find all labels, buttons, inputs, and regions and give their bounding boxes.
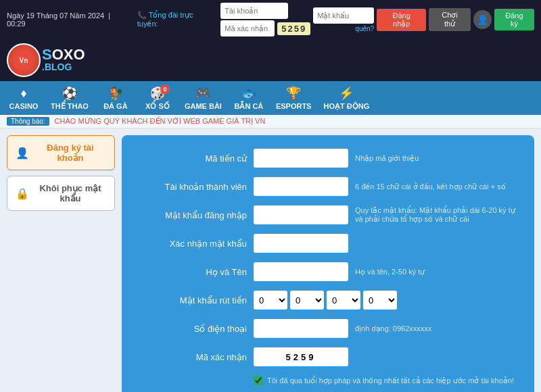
date-time: Ngày 19 Tháng 07 Năm 2024 | 00:29 bbox=[7, 11, 132, 28]
label-ho-ten: Họ và Tên bbox=[139, 267, 247, 277]
input-so-dien-thoai[interactable] bbox=[254, 319, 348, 338]
input-ma-xac-nhan[interactable] bbox=[254, 347, 348, 366]
login-area: 5259 quên? Đăng nhập Chơi thử 👤 Đăng ký bbox=[220, 3, 534, 36]
nav-casino[interactable]: ♦ CASINO bbox=[3, 84, 44, 113]
input-xac-nhan-mk[interactable] bbox=[254, 234, 348, 253]
nav-xo-so[interactable]: 🎲 0 XỔ SỐ bbox=[137, 83, 178, 114]
nav-the-thao[interactable]: ⚽ THỂ THAO bbox=[45, 83, 94, 114]
recover-sidebar-button[interactable]: 🔒 Khôi phục mật khẩu bbox=[7, 176, 115, 211]
time: 00:29 bbox=[7, 20, 26, 28]
pin-digit-2[interactable]: 0123456789 bbox=[290, 291, 324, 310]
label-ma-xac-nhan: Mã xác nhận bbox=[139, 352, 247, 362]
field-tai-khoan: Tài khoản thành viên 6 đến 15 chữ cái ở … bbox=[139, 177, 517, 196]
field-mk-rut-tien: Mật khẩu rút tiền 0123456789 0123456789 … bbox=[139, 291, 517, 310]
fish-icon: 🐟 bbox=[241, 86, 256, 101]
pin-digit-3[interactable]: 0123456789 bbox=[327, 291, 360, 310]
label-ma-tien-cu: Mã tiến cử bbox=[139, 153, 247, 164]
nav-bar: ♦ CASINO ⚽ THỂ THAO 🐓 ĐÁ GÀ 🎲 0 XỔ SỐ 🎮 … bbox=[0, 81, 541, 115]
logo-blog: .BLOG bbox=[42, 62, 85, 72]
field-ho-ten: Họ và Tên Họ và tên, 2-50 ký tự bbox=[139, 262, 517, 281]
marquee-text: CHÀO MỪNG QUÝ KHÁCH ĐẾN VỚI WEB GAME GIÀ… bbox=[55, 117, 266, 126]
hint-tai-khoan: 6 đến 15 chữ cái ở đầu, kết hợp chữ cái … bbox=[355, 182, 517, 191]
sports-icon: ⚽ bbox=[62, 86, 77, 101]
nav-hoat-dong[interactable]: ⚡ HOẠT ĐỘNG bbox=[318, 83, 375, 114]
terms-row: Tôi đã qua tuổi hợp pháp và thống nhất t… bbox=[254, 376, 517, 385]
forgot-link[interactable]: quên? bbox=[313, 25, 374, 32]
marquee-bar: Thông báo: CHÀO MỪNG QUÝ KHÁCH ĐẾN VỚI W… bbox=[0, 115, 541, 128]
try-button[interactable]: Chơi thử bbox=[429, 8, 470, 31]
terms-checkbox[interactable] bbox=[254, 376, 263, 385]
captcha-code-top: 5259 bbox=[277, 22, 310, 35]
cockfight-icon: 🐓 bbox=[108, 86, 123, 101]
pin-select-group: 0123456789 0123456789 0123456789 0123456… bbox=[254, 291, 397, 310]
hint-ma-tien-cu: Nhập mã giới thiệu bbox=[355, 154, 517, 163]
casino-icon: ♦ bbox=[20, 87, 26, 101]
nav-da-ga[interactable]: 🐓 ĐÁ GÀ bbox=[95, 83, 136, 113]
label-tai-khoan: Tài khoản thành viên bbox=[139, 182, 247, 192]
nav-game-bai[interactable]: 🎮 GAME BÀI bbox=[179, 83, 227, 113]
input-ma-tien-cu[interactable] bbox=[254, 149, 348, 168]
input-mat-khau[interactable] bbox=[254, 205, 348, 224]
field-so-dien-thoai: Số điện thoại định dạng: 0962xxxxxx bbox=[139, 319, 517, 338]
input-ho-ten[interactable] bbox=[254, 262, 348, 281]
field-ma-tien-cu: Mã tiến cử Nhập mã giới thiệu bbox=[139, 149, 517, 168]
game-icon: 🎮 bbox=[195, 86, 210, 101]
label-xac-nhan-mk: Xác nhận mật khẩu bbox=[139, 239, 247, 249]
nav-esports[interactable]: 🏆 ESPORTS bbox=[270, 83, 317, 113]
pin-digit-4[interactable]: 0123456789 bbox=[363, 291, 397, 310]
input-tai-khoan[interactable] bbox=[254, 177, 348, 196]
date: Ngày 19 Tháng 07 Năm 2024 bbox=[7, 11, 104, 20]
logo-circle: Vn bbox=[7, 43, 41, 77]
logo-text: SOXO bbox=[42, 47, 85, 62]
hint-so-dien-thoai: định dạng: 0962xxxxxx bbox=[355, 324, 517, 333]
account-input[interactable] bbox=[220, 3, 288, 19]
terms-label: Tôi đã qua tuổi hợp pháp và thống nhất t… bbox=[267, 376, 514, 385]
marquee-label: Thông báo: bbox=[7, 117, 49, 126]
label-mat-khau: Mật khẩu đăng nhập bbox=[139, 210, 247, 220]
header: Vn SOXO .BLOG bbox=[0, 39, 541, 81]
field-xac-nhan-mk: Xác nhận mật khẩu bbox=[139, 234, 517, 253]
label-mk-rut-tien: Mật khẩu rút tiền bbox=[139, 295, 247, 305]
form-panel: Mã tiến cử Nhập mã giới thiệu Tài khoản … bbox=[122, 135, 534, 392]
login-button[interactable]: Đăng nhập bbox=[377, 9, 426, 31]
label-so-dien-thoai: Số điện thoại bbox=[139, 324, 247, 334]
top-bar: Ngày 19 Tháng 07 Năm 2024 | 00:29 📞 Tổng… bbox=[0, 0, 541, 39]
phone-label: 📞 Tổng đài trực tuyến: bbox=[137, 11, 215, 28]
person-icon: 👤 bbox=[16, 147, 29, 160]
captcha-input-top[interactable] bbox=[220, 20, 275, 36]
sidebar: 👤 Đăng ký tài khoản 🔒 Khôi phục mật khẩu bbox=[7, 135, 115, 392]
field-ma-xac-nhan: Mã xác nhận bbox=[139, 347, 517, 366]
lottery-badge: 0 bbox=[160, 84, 170, 94]
esports-icon: 🏆 bbox=[286, 86, 301, 101]
register-sidebar-button[interactable]: 👤 Đăng ký tài khoản bbox=[7, 135, 115, 170]
user-icon: 👤 bbox=[473, 10, 492, 29]
logo[interactable]: Vn SOXO .BLOG bbox=[7, 43, 85, 77]
field-mat-khau: Mật khẩu đăng nhập Quy tắc mật khẩu: Mật… bbox=[139, 205, 517, 224]
activity-icon: ⚡ bbox=[339, 86, 354, 101]
register-top-button[interactable]: Đăng ký bbox=[494, 9, 534, 30]
hint-mat-khau: Quy tắc mật khẩu: Mật khẩu phải dài 6-20… bbox=[355, 206, 517, 224]
hint-ho-ten: Họ và tên, 2-50 ký tự bbox=[355, 268, 517, 276]
password-input[interactable] bbox=[313, 7, 374, 24]
nav-ban-ca[interactable]: 🐟 BẮN CÁ bbox=[229, 83, 269, 114]
pin-digit-1[interactable]: 0123456789 bbox=[254, 291, 287, 310]
main-content: 👤 Đăng ký tài khoản 🔒 Khôi phục mật khẩu… bbox=[0, 128, 541, 392]
lock-icon: 🔒 bbox=[16, 187, 29, 200]
